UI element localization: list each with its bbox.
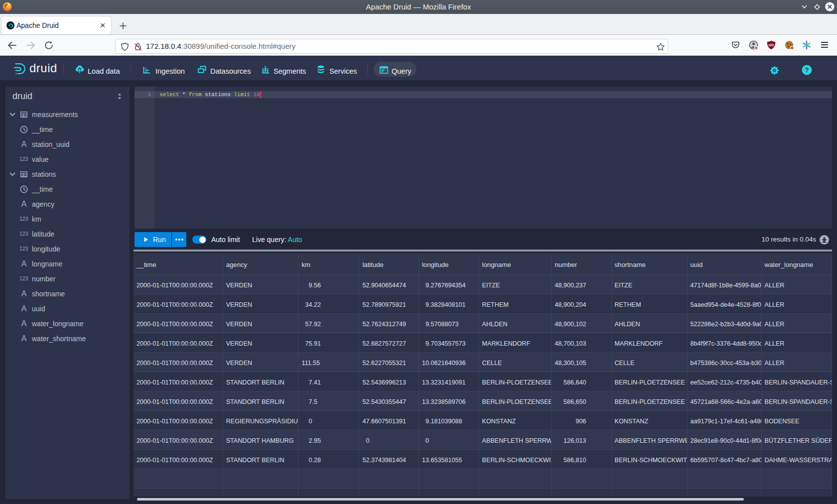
svg-text:UO: UO	[769, 43, 774, 47]
svg-text:?: ?	[805, 66, 809, 74]
